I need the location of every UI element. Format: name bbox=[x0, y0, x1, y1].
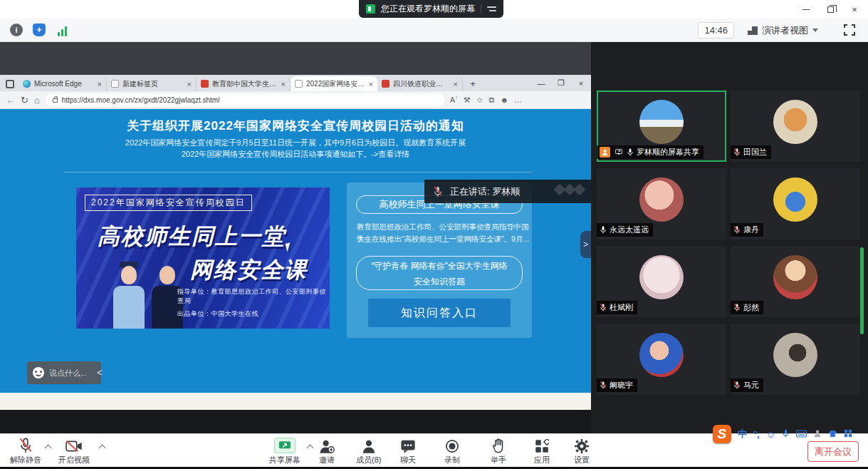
close-button[interactable]: × bbox=[845, 1, 864, 17]
avatar bbox=[639, 177, 684, 222]
read-aloud-icon[interactable]: Aʾ bbox=[450, 96, 458, 104]
settings-button[interactable]: 设置 bbox=[574, 438, 590, 465]
participant-tile-screen-share[interactable]: 罗林顺的屏幕共享 bbox=[597, 91, 726, 162]
home-icon[interactable]: ⌂ bbox=[34, 95, 40, 105]
mic-options-chevron[interactable] bbox=[45, 445, 52, 452]
video-options-chevron[interactable] bbox=[99, 445, 106, 452]
participant-name: 永远太遥远 bbox=[610, 225, 649, 235]
participant-tile[interactable]: 马元 bbox=[731, 324, 860, 395]
tab-security-special[interactable]: 2022国家网络安全专题 — 中国... × bbox=[291, 76, 377, 91]
host-badge-icon bbox=[600, 147, 610, 158]
watching-banner-text: 您正在观看罗林顺的屏幕 bbox=[381, 3, 475, 15]
avatar bbox=[773, 100, 817, 144]
network-signal-icon[interactable] bbox=[56, 24, 68, 36]
quiz-entry-button[interactable]: 知识问答入口 bbox=[368, 299, 511, 327]
sidebar-expand-handle[interactable]: > bbox=[580, 231, 591, 258]
more-menu-icon[interactable]: … bbox=[514, 96, 522, 104]
participant-tile[interactable]: 永远太遥远 bbox=[597, 168, 726, 239]
apps-icon bbox=[535, 439, 549, 453]
mic-on-icon bbox=[627, 148, 634, 157]
participant-tile[interactable]: 田国兰 bbox=[731, 91, 860, 162]
tab-edge[interactable]: Microsoft Edge × bbox=[19, 76, 107, 91]
ime-keyboard-icon[interactable] bbox=[796, 429, 807, 440]
chat-collapse-icon[interactable]: < bbox=[97, 368, 102, 378]
tab-moe-site[interactable]: 教育部中国大学生在线——点... × bbox=[197, 76, 291, 91]
ime-punctuation-icon[interactable]: °, bbox=[753, 429, 760, 440]
leave-meeting-button[interactable]: 离开会议 bbox=[807, 441, 859, 462]
avatar bbox=[773, 255, 817, 299]
members-button[interactable]: 成员(8) bbox=[356, 438, 381, 465]
refresh-icon[interactable]: ↻ bbox=[21, 95, 28, 105]
sidebar-scrollbar[interactable] bbox=[860, 247, 864, 334]
webpage-content: 关于组织开展2022年国家网络安全宣传周校园日活动的通知 2022年国家网络安全… bbox=[0, 109, 591, 393]
emoji-icon[interactable] bbox=[33, 367, 44, 378]
tab-close-icon[interactable]: × bbox=[369, 80, 373, 88]
record-button[interactable]: 录制 bbox=[444, 438, 460, 465]
ime-toolbox-icon[interactable] bbox=[844, 429, 852, 440]
campaign-banner[interactable]: 2022年国家网络安全宣传周校园日 高校师生同上一堂 网络安全课 指导单位：教育… bbox=[76, 187, 330, 329]
view-mode-selector[interactable]: 演讲者视图 bbox=[742, 22, 824, 38]
ime-skin-icon[interactable] bbox=[828, 429, 837, 440]
apps-button[interactable]: 应用 bbox=[534, 438, 550, 465]
banner-headline-2: 网络安全课 bbox=[190, 255, 330, 285]
profile-icon[interactable]: ☻ bbox=[500, 96, 508, 104]
browser-minimize-button[interactable]: — bbox=[531, 79, 551, 88]
tab-close-icon[interactable]: × bbox=[98, 80, 102, 88]
ime-account-icon[interactable] bbox=[813, 429, 822, 440]
share-screen-button[interactable]: 共享屏幕 bbox=[269, 438, 300, 465]
sogou-logo-icon[interactable]: S bbox=[713, 425, 731, 443]
chat-quick-input[interactable]: 说点什么... < bbox=[27, 361, 101, 384]
new-tab-button[interactable]: + bbox=[467, 78, 479, 89]
banner-credit-1: 指导单位：教育部思想政治工作司、公安部刑事侦查局 bbox=[177, 287, 330, 306]
course-desc-line2: 学生在线推出“高校师生同上一堂网络安全课”。9月... bbox=[357, 233, 529, 245]
back-icon[interactable]: ← bbox=[6, 95, 15, 105]
tab-close-icon[interactable]: × bbox=[187, 80, 192, 88]
ime-toolbar: S 中 °, ☺ bbox=[713, 425, 852, 443]
browser-close-button[interactable]: × bbox=[571, 79, 591, 88]
participant-name: 杜斌刚 bbox=[610, 302, 633, 313]
quiz-pill[interactable]: “守护青春 网络有你”全国大学生网络 安全知识答题 bbox=[356, 256, 523, 290]
start-video-button[interactable]: 开启视频 bbox=[58, 438, 90, 465]
members-icon bbox=[361, 439, 377, 453]
browser-restore-button[interactable]: ❐ bbox=[551, 78, 571, 88]
participant-tile[interactable]: 杜斌刚 bbox=[597, 246, 726, 317]
tab-newtab[interactable]: 新建标签页 × bbox=[107, 76, 197, 91]
page-title: 关于组织开展2022年国家网络安全宣传周校园日活动的通知 bbox=[0, 118, 591, 134]
invite-button[interactable]: 邀请 bbox=[319, 438, 335, 465]
tab-close-icon[interactable]: × bbox=[454, 80, 458, 88]
screen-share-badge-icon bbox=[613, 147, 624, 158]
url-field[interactable]: https://dxs.moe.gov.cn/zx/gxdt/2022gjwla… bbox=[46, 93, 444, 106]
speaking-toast: 正在讲话: 罗林顺 bbox=[424, 180, 591, 203]
unmute-button[interactable]: 解除静音 bbox=[10, 438, 41, 465]
ime-emoji-icon[interactable]: ☺ bbox=[766, 429, 775, 440]
restore-button[interactable] bbox=[821, 1, 840, 17]
participant-tile[interactable]: 阚晓宇 bbox=[597, 324, 726, 395]
security-shield-icon[interactable]: + bbox=[33, 24, 46, 36]
participants-sidebar: 罗林顺的屏幕共享 田国兰 永远太遥远 bbox=[591, 42, 868, 433]
participant-name: 彭然 bbox=[743, 302, 759, 313]
shared-screen-stage: Microsoft Edge × 新建标签页 × 教育部中国大学生在线——点..… bbox=[0, 42, 591, 433]
share-options-chevron[interactable] bbox=[307, 445, 314, 452]
browser-window-controls: — ❐ × bbox=[531, 75, 591, 91]
chat-placeholder[interactable]: 说点什么... bbox=[49, 368, 87, 378]
chat-button[interactable]: 聊天 bbox=[400, 438, 416, 465]
tab-close-icon[interactable]: × bbox=[281, 80, 286, 88]
participant-tile[interactable]: 彭然 bbox=[731, 246, 860, 317]
tools-icon[interactable]: ⚒ bbox=[464, 96, 471, 105]
participant-name: 田国兰 bbox=[743, 147, 767, 158]
raise-hand-button[interactable]: 举手 bbox=[491, 438, 506, 465]
collections-icon[interactable]: ⧉ bbox=[489, 96, 495, 105]
tab-railway-college[interactable]: 四川铁道职业学院2022年国家网... × bbox=[377, 76, 463, 91]
favorite-star-icon[interactable]: ☆ bbox=[476, 96, 483, 105]
avatar bbox=[639, 100, 684, 144]
menu-icon[interactable] bbox=[487, 6, 496, 11]
ime-mode-icon[interactable]: 中 bbox=[738, 428, 747, 440]
fullscreen-button[interactable] bbox=[844, 24, 855, 36]
meeting-info-icon[interactable]: i bbox=[10, 24, 23, 36]
participant-tile[interactable]: 康丹 bbox=[731, 168, 860, 239]
gear-icon bbox=[575, 439, 589, 453]
minimize-button[interactable] bbox=[797, 1, 815, 17]
tab-actions-icon[interactable] bbox=[6, 80, 14, 88]
page-subtitle-line2[interactable]: 2022年国家网络安全宣传周校园日活动事项通知如下。->查看详情 bbox=[0, 149, 591, 160]
ime-voice-icon[interactable] bbox=[782, 428, 790, 440]
